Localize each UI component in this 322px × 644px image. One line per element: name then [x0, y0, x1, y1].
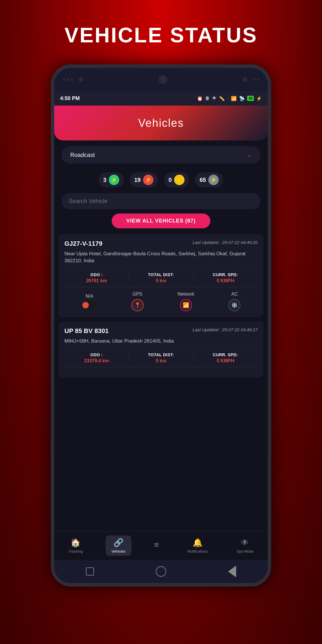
dropdown-button[interactable]: Roadcast ⌄	[61, 146, 261, 164]
stat-stopped: 19 ⚡	[130, 172, 158, 187]
last-updated-1: Last Updated : 25-07-22 04:49:20	[193, 240, 258, 245]
curr-spd-label-2: CURR. SPD:	[193, 352, 258, 357]
phone-bottom-bar	[54, 560, 268, 583]
vehicle-card-1[interactable]: GJ27-V-1179 Last Updated : 25-07-22 04:4…	[59, 234, 263, 317]
stat-icon-red: ⚡	[143, 175, 153, 185]
stat-icon-yellow: ⚡	[174, 175, 184, 185]
odo-value-1: 26761 km	[64, 278, 129, 283]
vehicle-address-2: M94J+58H, Barsana, Uttar Pradesh 281405,…	[64, 338, 258, 345]
vehicle-card-2[interactable]: UP 85 BV 8301 Last Updated : 25-07-22 04…	[59, 321, 263, 378]
link-icon: 🔗	[113, 538, 124, 547]
sensor-network-1: Network 📶	[178, 292, 195, 311]
sensor-ac-label: AC	[231, 292, 238, 297]
square-button[interactable]	[84, 566, 96, 577]
curr-spd-value-1: 0 KMPH	[193, 278, 258, 283]
sensor-na-1: N/A	[82, 294, 97, 309]
bottom-nav: 🏠 Tracking 🔗 Vehicles ≡ 🔔 Notifications …	[54, 531, 268, 560]
stat-number-1: 19	[134, 177, 141, 183]
spy-icon: 👁	[241, 538, 249, 547]
camera-dot-left	[79, 77, 83, 82]
sensor-network-label: Network	[178, 292, 195, 297]
phone-device: 4:50 PM ⏰ 🗑 👁 ✏️ · 📶 📡 33 ⚡ Vehicles Roa…	[51, 64, 271, 587]
last-updated-2: Last Updated : 25-07-22 04:49:27	[193, 327, 258, 332]
dot-icon: ·	[227, 96, 228, 101]
view-all-section: VIEW ALL VEHICLES (87)	[54, 214, 268, 234]
nav-label-vehicles: Vehicles	[111, 549, 125, 553]
sensor-na-label: N/A	[86, 294, 93, 299]
menu-icon: ≡	[154, 540, 159, 549]
stat-number-2: 0	[169, 177, 172, 183]
stat-icon-green: ⚡	[109, 175, 119, 185]
odo-label-1: ODO :	[64, 272, 129, 277]
vehicle-address-1: Near Ujala Hotel, Gandhinagar-Bavla Cros…	[64, 250, 258, 264]
vehicles-list: GJ27-V-1179 Last Updated : 25-07-22 04:4…	[54, 234, 268, 531]
total-dist-stat-1: TOTAL DIST: 0 km	[129, 272, 193, 283]
total-dist-stat-2: TOTAL DIST: 0 km	[129, 352, 193, 363]
app-content: Vehicles Roadcast ⌄ 3 ⚡ 19 ⚡	[54, 106, 268, 560]
dropdown-label: Roadcast	[70, 152, 95, 158]
home-icon: 🏠	[70, 538, 81, 547]
phone-top-bar	[54, 68, 268, 91]
back-button[interactable]	[226, 566, 238, 577]
total-dist-value-2: 0 km	[129, 358, 193, 363]
search-input[interactable]	[61, 193, 261, 209]
gps-icon: 📍	[131, 299, 144, 311]
stat-offline: 65 ⚡	[195, 172, 223, 187]
stats-row: 3 ⚡ 19 ⚡ 0 ⚡ 65 ⚡	[54, 169, 268, 193]
nav-label-spy-mode: Spy Mode	[236, 549, 254, 553]
sensor-gps-label: GPS	[133, 292, 142, 297]
stat-number-3: 65	[200, 177, 206, 183]
odo-stat-2: ODO : 23379.4 km	[64, 352, 129, 363]
vehicle-id-1: GJ27-V-1179	[64, 240, 102, 247]
total-dist-label-2: TOTAL DIST:	[129, 352, 193, 357]
toggle-knob	[82, 302, 89, 308]
sensor-gps-1: GPS 📍	[131, 292, 144, 311]
nav-item-tracking[interactable]: 🏠 Tracking	[63, 536, 88, 556]
status-icons: ⏰ 🗑 👁 ✏️ · 📶 📡 33 ⚡	[197, 96, 262, 101]
sensor-row-1: N/A GPS 📍 Network 📶	[64, 292, 258, 311]
page-title: VEHICLE STATUS	[64, 23, 257, 47]
stat-active: 3 ⚡	[99, 172, 124, 187]
stat-idle: 0 ⚡	[164, 172, 189, 187]
charging-icon: ⚡	[256, 96, 262, 101]
stat-icon-gray: ⚡	[208, 175, 219, 185]
vehicle-header-1: GJ27-V-1179 Last Updated : 25-07-22 04:4…	[64, 240, 258, 247]
sensor-area	[243, 77, 259, 82]
battery-icon: 33	[247, 96, 254, 101]
status-time: 4:50 PM	[60, 95, 80, 102]
curr-spd-value-2: 0 KMPH	[193, 358, 258, 363]
pen-icon: ✏️	[219, 96, 225, 101]
bell-icon: 🔔	[193, 538, 203, 547]
odo-stat-1: ODO : 26761 km	[64, 272, 129, 283]
app-header: Vehicles	[54, 106, 268, 140]
vehicle-header-2: UP 85 BV 8301 Last Updated : 25-07-22 04…	[64, 327, 258, 335]
chevron-down-icon: ⌄	[247, 151, 252, 159]
ac-icon: ❄️	[228, 299, 240, 311]
nav-item-notifications[interactable]: 🔔 Notifications	[182, 536, 214, 556]
front-camera	[159, 75, 167, 84]
nav-item-vehicles[interactable]: 🔗 Vehicles	[106, 536, 131, 556]
trash-icon: 🗑	[205, 96, 210, 101]
eye-icon: 👁	[212, 96, 217, 101]
wifi-icon: 📡	[239, 96, 245, 101]
vehicle-id-2: UP 85 BV 8301	[64, 327, 108, 335]
vehicle-stats-2: ODO : 23379.4 km TOTAL DIST: 0 km CURR. …	[64, 349, 258, 367]
network-icon: 📶	[180, 299, 192, 311]
dropdown-section: Roadcast ⌄	[54, 140, 268, 169]
odo-label-2: ODO :	[64, 352, 129, 357]
right-dots	[253, 78, 259, 81]
odo-value-2: 23379.4 km	[64, 358, 129, 363]
nav-item-menu[interactable]: ≡	[148, 538, 164, 553]
header-title: Vehicles	[138, 117, 184, 129]
speaker	[63, 78, 73, 81]
nav-label-tracking: Tracking	[68, 549, 83, 553]
alarm-icon: ⏰	[197, 96, 203, 101]
search-section	[54, 193, 268, 214]
camera-area	[63, 77, 83, 82]
curr-spd-stat-1: CURR. SPD: 0 KMPH	[193, 272, 258, 283]
nav-item-spy-mode[interactable]: 👁 Spy Mode	[231, 536, 259, 556]
view-all-button[interactable]: VIEW ALL VEHICLES (87)	[112, 214, 210, 228]
circle-button[interactable]	[155, 566, 167, 577]
vehicle-stats-1: ODO : 26761 km TOTAL DIST: 0 km CURR. SP…	[64, 269, 258, 287]
toggle-switch[interactable]	[82, 301, 97, 309]
